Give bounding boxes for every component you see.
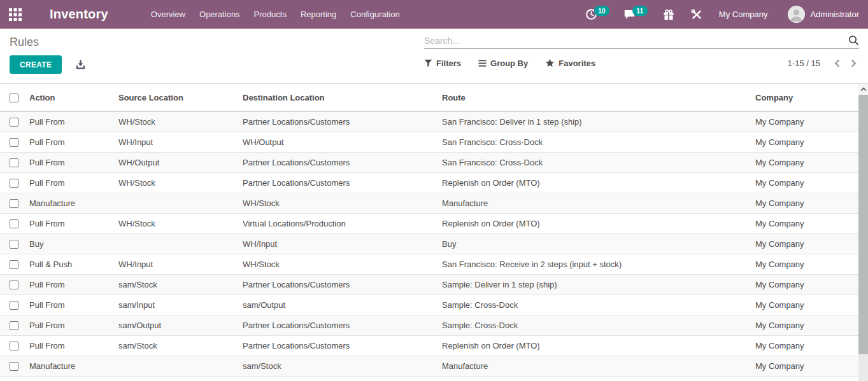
create-button[interactable]: CREATE (10, 55, 62, 74)
table-row[interactable]: Buy WH/Input Buy My Company (0, 233, 858, 254)
row-checkbox[interactable] (10, 281, 18, 289)
cell-destination[interactable]: WH/Output (239, 132, 438, 152)
cell-action[interactable]: Pull From (25, 274, 115, 294)
cell-source[interactable]: WH/Output (115, 152, 239, 172)
table-row[interactable]: Manufacture WH/Stock Manufacture My Comp… (0, 193, 858, 213)
row-checkbox[interactable] (10, 301, 18, 310)
filters-button[interactable]: Filters (424, 59, 461, 68)
export-button[interactable] (75, 59, 86, 70)
row-checkbox[interactable] (10, 118, 18, 127)
nav-item-reporting[interactable]: Reporting (294, 0, 343, 29)
cell-action[interactable]: Manufacture (25, 356, 115, 376)
cell-source[interactable]: sam/Stock (115, 335, 239, 356)
cell-source[interactable]: sam/Stock (115, 274, 239, 294)
table-row[interactable]: Pull From sam/Output Partner Locations/C… (0, 315, 858, 335)
cell-route[interactable]: San Francisco: Receive in 2 steps (input… (438, 254, 751, 274)
cell-action[interactable]: Pull From (25, 213, 115, 233)
cell-route[interactable]: Manufacture (438, 193, 751, 213)
cell-destination[interactable]: WH/Stock (239, 193, 438, 213)
cell-route[interactable]: Sample: Deliver in 1 step (ship) (438, 274, 751, 294)
activities-button[interactable]: 10 (581, 6, 613, 23)
nav-item-products[interactable]: Products (247, 0, 294, 29)
scrollbar-up-button[interactable] (858, 84, 868, 95)
cell-route[interactable]: Sample: Cross-Dock (438, 315, 751, 335)
row-checkbox[interactable] (10, 199, 18, 208)
cell-destination[interactable]: Partner Locations/Customers (239, 111, 438, 132)
cell-action[interactable]: Manufacture (25, 193, 115, 213)
cell-action[interactable]: Pull From (25, 315, 115, 335)
cell-action[interactable]: Pull From (25, 132, 115, 152)
cell-company[interactable]: My Company (751, 315, 858, 335)
group-by-button[interactable]: Group By (478, 59, 528, 68)
cell-destination[interactable]: Partner Locations/Customers (239, 172, 438, 193)
cell-company[interactable]: My Company (751, 152, 858, 172)
table-row[interactable]: Manufacture sam/Stock Manufacture My Com… (0, 356, 858, 376)
select-all-checkbox[interactable] (10, 94, 18, 102)
scrollbar-thumb[interactable] (858, 95, 868, 354)
cell-destination[interactable]: sam/Output (239, 294, 438, 315)
cell-source[interactable]: WH/Stock (115, 172, 239, 193)
row-checkbox[interactable] (10, 362, 18, 371)
table-row[interactable]: Pull & Push WH/Input WH/Stock San Franci… (0, 254, 858, 274)
cell-source[interactable]: WH/Input (115, 132, 239, 152)
table-row[interactable]: Pull From sam/Stock Partner Locations/Cu… (0, 335, 858, 356)
pager-next-button[interactable] (848, 57, 859, 69)
row-checkbox[interactable] (10, 158, 18, 167)
nav-item-configuration[interactable]: Configuration (343, 0, 406, 29)
cell-company[interactable]: My Company (751, 356, 858, 376)
company-switcher[interactable]: My Company (714, 10, 773, 19)
row-checkbox[interactable] (10, 138, 18, 147)
row-checkbox[interactable] (10, 260, 18, 269)
favorites-button[interactable]: Favorites (545, 59, 595, 68)
cell-source[interactable]: WH/Stock (115, 111, 239, 132)
cell-destination[interactable]: Partner Locations/Customers (239, 315, 438, 335)
table-row[interactable]: Pull From WH/Input WH/Output San Francis… (0, 132, 858, 152)
table-row[interactable]: Pull From WH/Stock Virtual Locations/Pro… (0, 213, 858, 233)
cell-action[interactable]: Buy (25, 233, 115, 254)
cell-destination[interactable]: Virtual Locations/Production (239, 213, 438, 233)
cell-source[interactable]: WH/Input (115, 254, 239, 274)
column-header-destination[interactable]: Destination Location (239, 84, 438, 111)
row-checkbox[interactable] (10, 342, 18, 350)
cell-company[interactable]: My Company (751, 254, 858, 274)
messages-button[interactable]: 11 (620, 6, 651, 23)
cell-route[interactable]: Buy (438, 233, 751, 254)
cell-route[interactable]: Sample: Cross-Dock (438, 294, 751, 315)
cell-route[interactable]: San Francisco: Deliver in 1 step (ship) (438, 111, 751, 132)
tools-button[interactable] (686, 6, 708, 23)
cell-route[interactable]: Replenish on Order (MTO) (438, 172, 751, 193)
table-row[interactable]: Pull From WH/Output Partner Locations/Cu… (0, 152, 858, 172)
cell-action[interactable]: Pull & Push (25, 254, 115, 274)
nav-item-operations[interactable]: Operations (192, 0, 247, 29)
cell-company[interactable]: My Company (751, 294, 858, 315)
cell-route[interactable]: San Francisco: Cross-Dock (438, 152, 751, 172)
table-row[interactable]: Pull From sam/Stock Partner Locations/Cu… (0, 274, 858, 294)
cell-destination[interactable]: Partner Locations/Customers (239, 335, 438, 356)
cell-route[interactable]: Replenish on Order (MTO) (438, 335, 751, 356)
cell-company[interactable]: My Company (751, 233, 858, 254)
cell-company[interactable]: My Company (751, 213, 858, 233)
cell-company[interactable]: My Company (751, 335, 858, 356)
search-input[interactable] (424, 36, 848, 46)
cell-source[interactable]: sam/Output (115, 315, 239, 335)
cell-route[interactable]: Manufacture (438, 356, 751, 376)
cell-destination[interactable]: WH/Stock (239, 254, 438, 274)
column-header-route[interactable]: Route (438, 84, 751, 111)
cell-source[interactable] (115, 233, 239, 254)
rewards-button[interactable] (658, 6, 679, 23)
cell-route[interactable]: San Francisco: Cross-Dock (438, 132, 751, 152)
cell-company[interactable]: My Company (751, 274, 858, 294)
apps-menu-button[interactable] (0, 0, 31, 29)
table-row[interactable]: Pull From sam/Input sam/Output Sample: C… (0, 294, 858, 315)
column-header-action[interactable]: Action (25, 84, 115, 111)
cell-destination[interactable]: Partner Locations/Customers (239, 152, 438, 172)
cell-action[interactable]: Pull From (25, 335, 115, 356)
cell-source[interactable]: WH/Stock (115, 213, 239, 233)
cell-source[interactable] (115, 356, 239, 376)
user-menu[interactable]: Administrator (788, 6, 859, 23)
cell-company[interactable]: My Company (751, 132, 858, 152)
search-icon[interactable] (848, 35, 859, 46)
cell-destination[interactable]: Partner Locations/Customers (239, 274, 438, 294)
cell-action[interactable]: Pull From (25, 152, 115, 172)
cell-destination[interactable]: sam/Stock (239, 356, 438, 376)
